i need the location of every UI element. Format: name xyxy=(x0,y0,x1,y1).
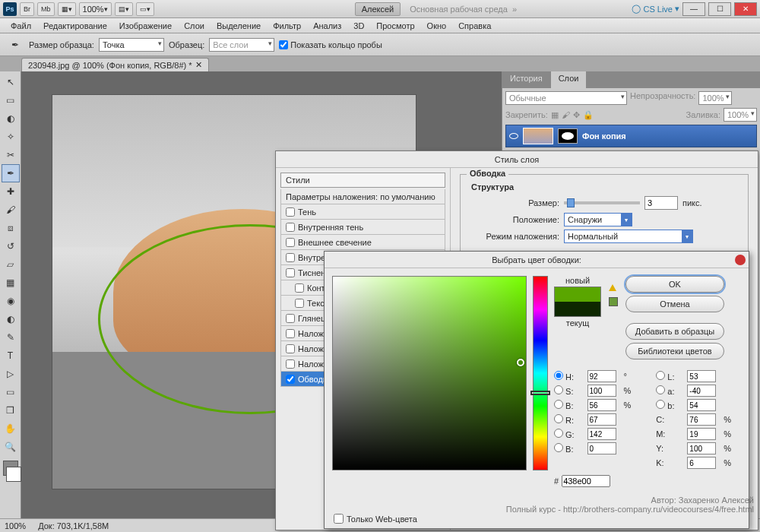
hand-tool[interactable]: ✋ xyxy=(2,420,20,438)
menu-3d[interactable]: 3D xyxy=(347,18,370,33)
c-input[interactable] xyxy=(687,413,716,426)
h-input[interactable] xyxy=(587,370,616,382)
bv-radio[interactable] xyxy=(554,400,563,409)
g-input[interactable] xyxy=(587,428,616,440)
menu-edit[interactable]: Редактирование xyxy=(37,18,113,33)
dodge-tool[interactable]: ◐ xyxy=(2,310,20,328)
shape-tool[interactable]: ▭ xyxy=(2,383,20,401)
hex-input[interactable] xyxy=(562,475,610,487)
menu-analysis[interactable]: Анализ xyxy=(307,18,347,33)
pen-tool[interactable]: ✎ xyxy=(2,328,20,347)
s-input[interactable] xyxy=(587,385,616,397)
lock-transparent-icon[interactable]: ▦ xyxy=(551,110,559,120)
minibridge-button[interactable]: Mb xyxy=(37,2,55,16)
blend-mode-dropdown2[interactable]: Нормальный▾ xyxy=(564,230,693,243)
menu-window[interactable]: Окно xyxy=(421,18,453,33)
arrange-docs-button[interactable]: ▤▾ xyxy=(115,2,133,16)
lab-b-input[interactable] xyxy=(687,399,716,411)
r-input[interactable] xyxy=(587,413,616,426)
position-dropdown[interactable]: Снаружи▾ xyxy=(564,213,632,226)
web-only-checkbox[interactable]: Только Web-цвета xyxy=(334,514,417,524)
eraser-tool[interactable]: ▱ xyxy=(2,255,20,274)
blending-defaults-row[interactable]: Параметры наложения: по умолчанию xyxy=(280,189,445,204)
hue-slider[interactable] xyxy=(533,276,548,470)
lock-position-icon[interactable]: ✥ xyxy=(573,110,580,120)
size-input[interactable] xyxy=(644,196,678,210)
move-tool[interactable]: ↖ xyxy=(2,73,20,91)
a-input[interactable] xyxy=(687,385,716,397)
window-maximize[interactable]: ☐ xyxy=(708,2,731,16)
layer-mask-thumbnail[interactable] xyxy=(558,128,578,144)
style-drop-shadow[interactable]: Тень xyxy=(280,204,445,220)
blur-tool[interactable]: ◉ xyxy=(2,292,20,310)
brush-tool[interactable]: 🖌 xyxy=(2,201,20,219)
layer-name[interactable]: Фон копия xyxy=(582,131,626,141)
lock-all-icon[interactable]: 🔒 xyxy=(583,110,594,120)
lasso-tool[interactable]: ◐ xyxy=(2,109,20,128)
window-minimize[interactable]: — xyxy=(682,2,705,16)
r-radio[interactable] xyxy=(554,414,563,423)
l-radio[interactable] xyxy=(656,371,665,380)
screen-button[interactable]: ▭▾ xyxy=(136,2,154,16)
style-outer-glow[interactable]: Внешнее свечение xyxy=(280,235,445,250)
cancel-button[interactable]: Отмена xyxy=(625,296,724,312)
fill-input[interactable]: 100% xyxy=(724,108,757,122)
show-ring-checkbox[interactable]: Показать кольцо пробы xyxy=(279,40,382,49)
zoom-level-dropdown[interactable]: 100% ▾ xyxy=(79,2,112,16)
styles-header[interactable]: Стили xyxy=(280,173,445,188)
layer-thumbnail[interactable] xyxy=(523,128,553,144)
g-radio[interactable] xyxy=(554,429,563,438)
menu-select[interactable]: Выделение xyxy=(211,18,267,33)
size-slider[interactable] xyxy=(564,201,640,204)
type-tool[interactable]: T xyxy=(2,347,20,365)
a-radio[interactable] xyxy=(656,385,665,394)
gamut-warning-icon[interactable] xyxy=(609,280,616,291)
screen-mode-button[interactable]: Br xyxy=(20,2,34,16)
style-inner-shadow[interactable]: Внутренняя тень xyxy=(280,220,445,235)
sample-size-dropdown[interactable]: Точка xyxy=(99,38,164,52)
menu-layer[interactable]: Слои xyxy=(178,18,211,33)
menu-view[interactable]: Просмотр xyxy=(370,18,420,33)
zoom-tool[interactable]: 🔍 xyxy=(2,438,20,456)
background-color-swatch[interactable] xyxy=(6,467,21,482)
sv-cursor[interactable] xyxy=(517,359,524,366)
color-swatch-compare[interactable] xyxy=(554,287,601,317)
s-radio[interactable] xyxy=(554,385,563,394)
layer-visibility-icon[interactable] xyxy=(509,133,518,139)
gradient-tool[interactable]: ▦ xyxy=(2,274,20,292)
menu-file[interactable]: Файл xyxy=(5,18,37,33)
l-input[interactable] xyxy=(687,370,716,382)
h-radio[interactable] xyxy=(554,371,563,380)
window-close[interactable]: ✕ xyxy=(734,2,757,16)
workspace-name[interactable]: Основная рабочая среда » xyxy=(410,5,517,14)
bb-input[interactable] xyxy=(587,442,616,454)
eyedropper-tool-icon[interactable]: ✒ xyxy=(6,36,24,54)
history-brush-tool[interactable]: ↺ xyxy=(2,237,20,255)
3d-tool[interactable]: ❒ xyxy=(2,401,20,420)
close-tab-icon[interactable]: ✕ xyxy=(195,60,202,70)
bv-input[interactable] xyxy=(587,399,616,411)
bb-radio[interactable] xyxy=(554,443,563,452)
hue-cursor[interactable] xyxy=(530,391,550,395)
k-input[interactable] xyxy=(687,457,716,469)
eyedropper-tool[interactable]: ✒ xyxy=(2,164,20,182)
path-tool[interactable]: ▷ xyxy=(2,365,20,383)
color-libraries-button[interactable]: Библиотеки цветов xyxy=(625,343,724,359)
sv-picker[interactable] xyxy=(332,276,527,470)
crop-tool[interactable]: ✂ xyxy=(2,146,20,164)
opacity-input[interactable]: 100% xyxy=(698,91,732,105)
lab-b-radio[interactable] xyxy=(656,400,665,409)
marquee-tool[interactable]: ▭ xyxy=(2,91,20,109)
color-picker-close[interactable] xyxy=(735,255,746,265)
menu-filter[interactable]: Фильтр xyxy=(267,18,307,33)
layers-panel-tab[interactable]: Слои xyxy=(551,71,587,88)
wand-tool[interactable]: ✧ xyxy=(2,128,20,146)
blend-mode-dropdown[interactable]: Обычные xyxy=(505,91,627,105)
stamp-tool[interactable]: ⧇ xyxy=(2,219,20,237)
y-input[interactable] xyxy=(687,442,716,454)
status-zoom[interactable]: 100% xyxy=(5,521,26,530)
sample-layers-dropdown[interactable]: Все слои xyxy=(209,38,274,52)
websafe-warning-icon[interactable] xyxy=(609,297,618,306)
m-input[interactable] xyxy=(687,428,716,440)
lock-pixels-icon[interactable]: 🖌 xyxy=(562,110,570,119)
